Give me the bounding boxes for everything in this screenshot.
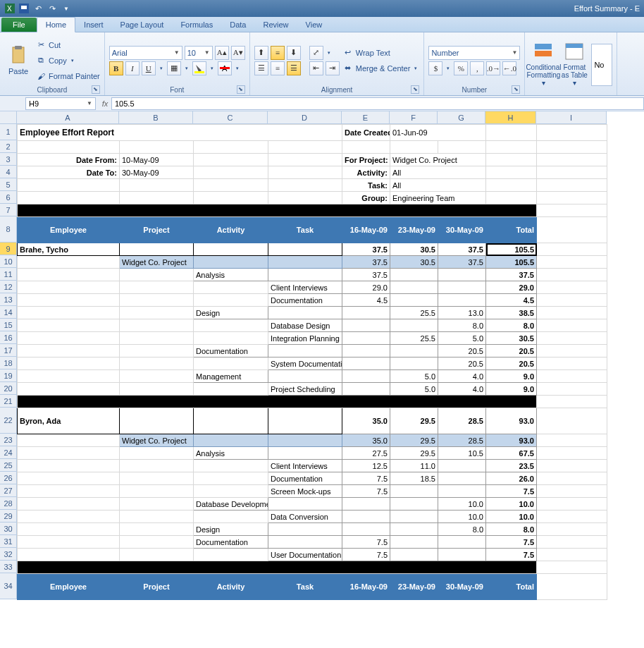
row-header-19[interactable]: 19 xyxy=(0,369,17,382)
cell[interactable] xyxy=(194,243,268,256)
cell[interactable]: Task xyxy=(268,574,342,600)
cell[interactable] xyxy=(268,179,342,192)
merge-center-button[interactable]: ⬌Merge & Center▾ xyxy=(342,61,420,75)
cell[interactable] xyxy=(120,243,194,256)
cell[interactable] xyxy=(18,370,120,383)
cell[interactable] xyxy=(120,141,194,154)
col-header-D[interactable]: D xyxy=(268,111,342,124)
cell[interactable] xyxy=(18,357,120,370)
cell[interactable] xyxy=(537,357,607,370)
cell[interactable]: 27.5 xyxy=(342,447,390,460)
cell[interactable]: 23-May-09 xyxy=(390,217,438,243)
cell[interactable] xyxy=(18,396,537,408)
cell[interactable] xyxy=(268,125,342,141)
cell[interactable]: 38.5 xyxy=(486,307,537,319)
cell[interactable] xyxy=(342,141,390,154)
cell[interactable]: Database Design xyxy=(268,319,342,332)
row-header-30[interactable]: 30 xyxy=(0,522,17,535)
row-header-29[interactable]: 29 xyxy=(0,510,17,522)
cell[interactable]: 35.0 xyxy=(342,434,390,447)
cell[interactable] xyxy=(390,498,438,511)
cell[interactable]: 8.0 xyxy=(486,319,537,332)
cell[interactable]: 10.0 xyxy=(438,498,486,511)
row-header-20[interactable]: 20 xyxy=(0,382,17,395)
cell[interactable]: Screen Mock-ups xyxy=(268,485,342,498)
cell[interactable]: Group: xyxy=(342,192,390,204)
cell[interactable]: 20.5 xyxy=(486,357,537,370)
cell[interactable] xyxy=(268,192,342,204)
cell[interactable]: Task: xyxy=(342,179,390,192)
col-header-A[interactable]: A xyxy=(17,111,119,124)
cell[interactable] xyxy=(537,141,607,154)
percent-button[interactable]: % xyxy=(454,61,468,75)
cell[interactable]: Documentation xyxy=(194,536,268,549)
increase-indent-button[interactable]: ⇥ xyxy=(326,61,340,75)
row-header-9[interactable]: 9 xyxy=(0,243,17,255)
cell[interactable] xyxy=(120,319,194,332)
cell[interactable] xyxy=(268,408,342,434)
cell[interactable]: Design xyxy=(194,523,268,536)
cell[interactable]: 7.5 xyxy=(342,472,390,485)
cell[interactable]: 20.5 xyxy=(486,345,537,357)
row-header-14[interactable]: 14 xyxy=(0,306,17,319)
cell[interactable] xyxy=(18,383,120,396)
cell[interactable] xyxy=(120,523,194,536)
cell[interactable] xyxy=(18,485,120,498)
cell[interactable]: 67.5 xyxy=(486,447,537,460)
cell[interactable]: 7.5 xyxy=(486,549,537,561)
cell[interactable] xyxy=(390,485,438,498)
cell[interactable] xyxy=(194,511,268,523)
cell[interactable]: Brahe, Tycho xyxy=(18,243,120,256)
cell[interactable] xyxy=(194,408,268,434)
cell[interactable]: 9.0 xyxy=(486,370,537,383)
cell[interactable] xyxy=(18,179,120,192)
cell[interactable]: Date To: xyxy=(18,166,120,179)
number-format-combo[interactable]: Number▼ xyxy=(428,46,520,60)
cell[interactable]: 37.5 xyxy=(342,243,390,256)
row-header-11[interactable]: 11 xyxy=(0,268,17,281)
row-header-15[interactable]: 15 xyxy=(0,319,17,331)
cell[interactable]: 29.5 xyxy=(390,408,438,434)
cell[interactable] xyxy=(486,141,537,154)
cell[interactable]: 93.0 xyxy=(486,408,537,434)
col-header-C[interactable]: C xyxy=(193,111,268,124)
row-header-16[interactable]: 16 xyxy=(0,331,17,344)
cell[interactable]: 28.5 xyxy=(438,434,486,447)
cell[interactable]: Data Conversion xyxy=(268,511,342,523)
cell[interactable] xyxy=(120,179,194,192)
cell[interactable]: 93.0 xyxy=(486,434,537,447)
align-right-button[interactable]: ☰ xyxy=(287,61,301,75)
cell[interactable] xyxy=(537,332,607,345)
cell[interactable] xyxy=(194,383,268,396)
cell[interactable] xyxy=(390,549,438,561)
cell[interactable] xyxy=(18,332,120,345)
cell[interactable] xyxy=(194,281,268,294)
cell[interactable] xyxy=(390,294,438,307)
cell[interactable] xyxy=(18,256,120,269)
cell[interactable]: 10.0 xyxy=(438,511,486,523)
cell[interactable] xyxy=(120,408,194,434)
cell[interactable]: 105.5 xyxy=(486,243,537,256)
format-as-table-button[interactable]: Formatas Table ▾ xyxy=(560,35,588,94)
align-center-button[interactable]: ≡ xyxy=(271,61,285,75)
cell[interactable]: For Project: xyxy=(342,154,390,166)
cell[interactable] xyxy=(438,549,486,561)
cell[interactable] xyxy=(194,141,268,154)
cell[interactable] xyxy=(342,357,390,370)
decrease-indent-button[interactable]: ⇤ xyxy=(309,61,323,75)
cell[interactable] xyxy=(438,294,486,307)
cell[interactable]: 7.5 xyxy=(486,536,537,549)
cell[interactable]: 4.5 xyxy=(486,294,537,307)
cell[interactable]: 30.5 xyxy=(390,243,438,256)
cell[interactable] xyxy=(537,179,607,192)
cell[interactable]: Management xyxy=(194,370,268,383)
cell[interactable]: 37.5 xyxy=(438,243,486,256)
cell[interactable]: 7.5 xyxy=(486,485,537,498)
cell[interactable] xyxy=(268,523,342,536)
tab-insert[interactable]: Insert xyxy=(75,18,112,32)
cell[interactable]: Analysis xyxy=(194,447,268,460)
cell[interactable] xyxy=(537,408,607,434)
cell[interactable]: 13.0 xyxy=(438,307,486,319)
row-header-22[interactable]: 22 xyxy=(0,408,17,434)
cell[interactable]: Project xyxy=(120,217,194,243)
